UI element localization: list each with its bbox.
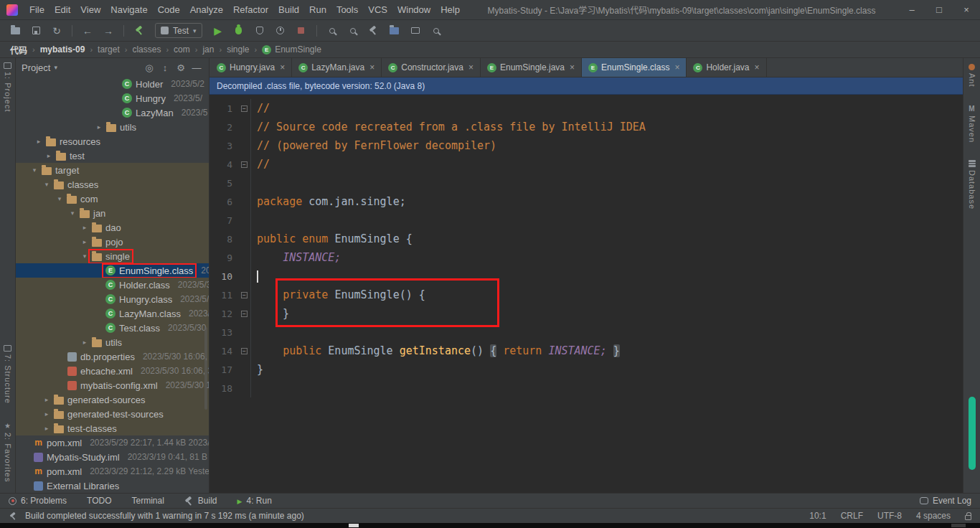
tree-item-pojo[interactable]: ▸pojo	[16, 235, 209, 249]
tree-item-lazyman[interactable]: CLazyMan2023/5	[16, 105, 209, 120]
tool-window-button-build[interactable]: Build	[184, 496, 217, 506]
menu-window[interactable]: Window	[392, 0, 435, 20]
menu-edit[interactable]: Edit	[50, 0, 75, 20]
chevron-right-icon[interactable]: ▸	[43, 152, 55, 159]
chevron-down-icon[interactable]: ▾	[54, 64, 57, 71]
back-icon[interactable]: ←	[78, 22, 97, 39]
close-icon[interactable]: ×	[754, 62, 759, 72]
breadcrumb-item-jan[interactable]: jan	[202, 44, 214, 55]
chevron-right-icon[interactable]: ▸	[33, 138, 44, 145]
tree-item-pom-xml[interactable]: mpom.xml2023/5/29 22:17, 1.44 kB 2023/	[16, 435, 209, 450]
tool-window-button-maven[interactable]: MMaven	[963, 105, 980, 143]
breadcrumb-item-classes[interactable]: classes	[132, 44, 161, 55]
chevron-down-icon[interactable]: ▾	[41, 181, 52, 188]
debug-icon[interactable]	[230, 22, 248, 39]
tree-item-utils[interactable]: ▸utils	[16, 120, 209, 134]
tab-lazyman-java[interactable]: CLazyMan.java×	[292, 58, 382, 77]
menu-help[interactable]: Help	[435, 0, 465, 20]
tab-enumsingle-java[interactable]: EEnumSingle.java×	[481, 58, 582, 77]
lock-icon[interactable]	[965, 515, 971, 520]
tree-item-enumsingle-class[interactable]: EEnumSingle.class2023/5/30 2	[16, 263, 209, 278]
chevron-down-icon[interactable]: ▾	[79, 253, 90, 260]
wrench-icon[interactable]	[364, 22, 383, 39]
menu-file[interactable]: File	[24, 0, 50, 20]
tree-item-hungry[interactable]: CHungry2023/5/	[16, 91, 209, 105]
code-editor[interactable]: 1−//2// Source code recreated from a .cl…	[209, 95, 963, 493]
tree-item-dao[interactable]: ▸dao	[16, 220, 209, 235]
tab-holder-java[interactable]: CHolder.java×	[687, 58, 766, 77]
code-line-3[interactable]: 3// (powered by FernFlower decompiler)	[209, 136, 963, 155]
menu-build[interactable]: Build	[273, 0, 304, 20]
tool-window-button-todo[interactable]: TODO	[87, 496, 111, 506]
chevron-down-icon[interactable]: ▾	[29, 166, 40, 174]
run-configuration-select[interactable]: Test ▾	[155, 23, 202, 38]
sync-icon[interactable]: ↻	[47, 22, 66, 39]
code-line-17[interactable]: 17}	[209, 360, 963, 379]
close-icon[interactable]: ×	[369, 62, 374, 72]
tree-item-hungry-class[interactable]: CHungry.class2023/5/2	[16, 292, 209, 306]
fold-icon[interactable]: −	[241, 105, 248, 112]
tree-item-test-classes[interactable]: ▸test-classes	[16, 421, 209, 435]
tree-item-test[interactable]: ▸test	[16, 148, 209, 163]
tree-item-resources[interactable]: ▸resources	[16, 134, 209, 148]
tree-item-target[interactable]: ▾target	[16, 163, 209, 177]
tree-item-holder-class[interactable]: CHolder.class2023/5/3	[16, 278, 209, 292]
code-line-18[interactable]: 18	[209, 379, 963, 397]
breadcrumb-item-com[interactable]: com	[174, 44, 190, 55]
tree-item-ehcache-xml[interactable]: ehcache.xml2023/5/30 16:06, 3.	[16, 364, 209, 378]
menu-vcs[interactable]: VCS	[363, 0, 392, 20]
save-icon[interactable]	[27, 22, 45, 39]
tab-enumsingle-class[interactable]: EEnumSingle.class×	[582, 58, 687, 77]
profiler-icon[interactable]	[271, 22, 290, 39]
close-button[interactable]: ×	[953, 0, 980, 20]
stop-icon[interactable]	[292, 22, 311, 39]
event-log-button[interactable]: Event Log	[920, 496, 971, 506]
chevron-down-icon[interactable]: ▾	[67, 209, 78, 217]
tree-item-generated-test-sources[interactable]: ▸generated-test-sources	[16, 407, 209, 421]
chevron-right-icon[interactable]: ▸	[93, 123, 105, 131]
code-line-8[interactable]: 8public enum EnumSingle {	[209, 230, 963, 248]
close-icon[interactable]: ×	[674, 62, 679, 72]
breadcrumb-item-[interactable]: 代码	[10, 44, 27, 56]
tree-item-com[interactable]: ▾com	[16, 192, 209, 206]
tree-item-holder[interactable]: CHolder2023/5/2	[16, 77, 209, 91]
menu-tools[interactable]: Tools	[331, 0, 363, 20]
tree-item-mybatis-config-xml[interactable]: mybatis-config.xml2023/5/30 1	[16, 378, 209, 392]
status-indent-style[interactable]: 4 spaces	[916, 511, 951, 521]
code-line-14[interactable]: 14− public EnumSingle getInstance() { re…	[209, 341, 963, 360]
fold-icon[interactable]: −	[241, 161, 248, 168]
fold-icon[interactable]: −	[241, 292, 248, 298]
coverage-icon[interactable]	[250, 22, 269, 39]
collapse-all-icon[interactable]: ↕	[157, 62, 173, 73]
layout-icon[interactable]	[406, 22, 425, 39]
replace-icon[interactable]	[344, 22, 362, 39]
menu-run[interactable]: Run	[304, 0, 331, 20]
minimize-button[interactable]: –	[898, 0, 925, 20]
tree-item-single[interactable]: ▾single	[16, 249, 209, 263]
search-icon[interactable]	[323, 22, 341, 39]
code-line-5[interactable]: 5	[209, 174, 963, 192]
tool-window-button-ant[interactable]: Ant	[963, 64, 980, 88]
chevron-right-icon[interactable]: ▸	[41, 410, 52, 418]
tree-item-pom-xml[interactable]: mpom.xml2023/3/29 21:12, 2.29 kB Yesterd…	[16, 464, 209, 478]
tool-window-button-6-problems[interactable]: 6: Problems	[9, 496, 67, 506]
chevron-right-icon[interactable]: ▸	[79, 224, 90, 231]
project-structure-icon[interactable]	[385, 22, 404, 39]
tab-hungry-java[interactable]: CHungry.java×	[210, 58, 292, 77]
chevron-right-icon[interactable]: ▸	[41, 425, 52, 432]
forward-icon[interactable]: →	[99, 22, 118, 39]
menu-navigate[interactable]: Navigate	[105, 0, 152, 20]
chevron-right-icon[interactable]: ▸	[79, 238, 90, 245]
tool-window-button-4-run[interactable]: 4: Run	[237, 496, 272, 506]
close-icon[interactable]: ×	[280, 62, 285, 72]
code-line-7[interactable]: 7	[209, 211, 963, 230]
tool-window-button-database[interactable]: Database	[963, 160, 980, 209]
fold-icon[interactable]: −	[241, 348, 248, 354]
code-line-1[interactable]: 1−//	[209, 99, 963, 118]
hide-panel-icon[interactable]: —	[189, 62, 204, 73]
locate-file-icon[interactable]: ◎	[141, 62, 157, 73]
close-icon[interactable]: ×	[468, 62, 473, 72]
tree-item-external-libraries[interactable]: External Libraries	[16, 478, 209, 493]
chevron-down-icon[interactable]: ▾	[54, 195, 65, 202]
tree-item-mybatis-study-iml[interactable]: Mybatis-Study.iml2023/3/19 0:41, 81 B 20…	[16, 450, 209, 464]
